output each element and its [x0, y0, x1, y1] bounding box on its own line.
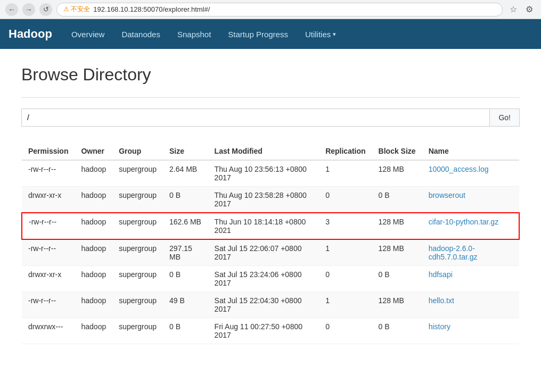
- col-header-owner: Owner: [75, 143, 112, 160]
- cell-group: supergroup: [112, 239, 163, 266]
- navbar: Hadoop Overview Datanodes Snapshot Start…: [0, 19, 541, 49]
- cell-group: supergroup: [112, 213, 163, 239]
- table-body: -rw-r--r--hadoopsupergroup2.64 MBThu Aug…: [22, 160, 519, 344]
- file-link[interactable]: 10000_access.log: [429, 165, 489, 173]
- table-row: drwxrwx---hadoopsupergroup0 BFri Aug 11 …: [22, 318, 519, 344]
- cell-blocksize: 128 MB: [372, 292, 422, 318]
- cell-replication: 3: [319, 213, 372, 239]
- cell-owner: hadoop: [75, 213, 112, 239]
- file-link[interactable]: hadoop-2.6.0-cdh5.7.0.tar.gz: [429, 244, 478, 261]
- path-input[interactable]: [21, 109, 489, 127]
- browser-actions: ☆ ⚙: [507, 3, 536, 16]
- cell-name[interactable]: hello.txt: [422, 292, 519, 318]
- cell-modified: Sat Jul 15 23:24:06 +0800 2017: [208, 266, 319, 292]
- cell-group: supergroup: [112, 266, 163, 292]
- cell-modified: Thu Jun 10 18:14:18 +0800 2021: [208, 213, 319, 239]
- cell-blocksize: 128 MB: [372, 239, 422, 266]
- bookmark-button[interactable]: ☆: [507, 3, 520, 16]
- cell-modified: Thu Aug 10 23:56:13 +0800 2017: [208, 160, 319, 187]
- cell-name[interactable]: cifar-10-python.tar.gz: [422, 213, 519, 239]
- cell-group: supergroup: [112, 318, 163, 344]
- directory-table: Permission Owner Group Size Last Modifie…: [21, 143, 520, 344]
- cell-permission: -rw-r--r--: [22, 292, 75, 318]
- file-link[interactable]: hdfsapi: [429, 270, 453, 279]
- cell-size: 0 B: [163, 187, 208, 213]
- nav-startup-progress[interactable]: Startup Progress: [219, 19, 297, 49]
- dropdown-arrow-icon: ▾: [333, 31, 336, 38]
- divider: [21, 97, 520, 98]
- cell-size: 297.15 MB: [163, 239, 208, 266]
- file-link[interactable]: hello.txt: [429, 296, 454, 305]
- cell-size: 0 B: [163, 318, 208, 344]
- back-button[interactable]: ←: [5, 3, 18, 16]
- cell-name[interactable]: hdfsapi: [422, 266, 519, 292]
- address-bar: ⚠ 不安全 192.168.10.128:50070/explorer.html…: [56, 3, 503, 16]
- cell-blocksize: 0 B: [372, 187, 422, 213]
- cell-blocksize: 128 MB: [372, 160, 422, 187]
- cell-name[interactable]: browserout: [422, 187, 519, 213]
- cell-group: supergroup: [112, 160, 163, 187]
- table-row: -rw-r--r--hadoopsupergroup2.64 MBThu Aug…: [22, 160, 519, 187]
- col-header-blocksize: Block Size: [372, 143, 422, 160]
- cell-size: 162.6 MB: [163, 213, 208, 239]
- cell-owner: hadoop: [75, 318, 112, 344]
- cell-size: 49 B: [163, 292, 208, 318]
- cell-modified: Sat Jul 15 22:04:30 +0800 2017: [208, 292, 319, 318]
- nav-datanodes[interactable]: Datanodes: [113, 19, 169, 49]
- cell-replication: 1: [319, 160, 372, 187]
- table-row: -rw-r--r--hadoopsupergroup49 BSat Jul 15…: [22, 292, 519, 318]
- cell-replication: 1: [319, 292, 372, 318]
- security-warning: ⚠ 不安全: [63, 5, 90, 14]
- navbar-brand[interactable]: Hadoop: [9, 27, 52, 41]
- cell-name[interactable]: hadoop-2.6.0-cdh5.7.0.tar.gz: [422, 239, 519, 266]
- col-header-group: Group: [112, 143, 163, 160]
- cell-modified: Thu Aug 10 23:58:28 +0800 2017: [208, 187, 319, 213]
- table-row: drwxr-xr-xhadoopsupergroup0 BSat Jul 15 …: [22, 266, 519, 292]
- table-row: -rw-r--r--hadoopsupergroup162.6 MBThu Ju…: [22, 213, 519, 239]
- col-header-permission: Permission: [22, 143, 75, 160]
- file-link[interactable]: history: [429, 322, 450, 331]
- forward-button[interactable]: →: [22, 3, 35, 16]
- cell-permission: -rw-r--r--: [22, 239, 75, 266]
- col-header-size: Size: [163, 143, 208, 160]
- file-link[interactable]: cifar-10-python.tar.gz: [429, 218, 499, 226]
- cell-blocksize: 0 B: [372, 318, 422, 344]
- nav-utilities-dropdown[interactable]: Utilities ▾: [297, 19, 345, 49]
- file-link[interactable]: browserout: [429, 191, 465, 199]
- cell-permission: -rw-r--r--: [22, 213, 75, 239]
- extensions-button[interactable]: ⚙: [523, 3, 536, 16]
- cell-permission: drwxr-xr-x: [22, 187, 75, 213]
- path-form: Go!: [21, 109, 520, 127]
- cell-name[interactable]: 10000_access.log: [422, 160, 519, 187]
- cell-permission: drwxrwx---: [22, 318, 75, 344]
- cell-owner: hadoop: [75, 292, 112, 318]
- cell-replication: 1: [319, 239, 372, 266]
- table-header: Permission Owner Group Size Last Modifie…: [22, 143, 519, 160]
- cell-replication: 0: [319, 318, 372, 344]
- nav-snapshot[interactable]: Snapshot: [169, 19, 219, 49]
- go-button[interactable]: Go!: [489, 109, 520, 127]
- cell-owner: hadoop: [75, 187, 112, 213]
- col-header-modified: Last Modified: [208, 143, 319, 160]
- browser-chrome: ← → ↺ ⚠ 不安全 192.168.10.128:50070/explore…: [0, 0, 541, 19]
- cell-size: 0 B: [163, 266, 208, 292]
- table-row: drwxr-xr-xhadoopsupergroup0 BThu Aug 10 …: [22, 187, 519, 213]
- cell-modified: Sat Jul 15 22:06:07 +0800 2017: [208, 239, 319, 266]
- cell-blocksize: 128 MB: [372, 213, 422, 239]
- cell-replication: 0: [319, 266, 372, 292]
- cell-permission: drwxr-xr-x: [22, 266, 75, 292]
- cell-owner: hadoop: [75, 239, 112, 266]
- reload-button[interactable]: ↺: [39, 3, 52, 16]
- cell-group: supergroup: [112, 187, 163, 213]
- table-row: -rw-r--r--hadoopsupergroup297.15 MBSat J…: [22, 239, 519, 266]
- cell-replication: 0: [319, 187, 372, 213]
- url-text: 192.168.10.128:50070/explorer.html#/: [93, 5, 210, 13]
- col-header-name: Name: [422, 143, 519, 160]
- cell-permission: -rw-r--r--: [22, 160, 75, 187]
- nav-overview[interactable]: Overview: [63, 19, 113, 49]
- cell-owner: hadoop: [75, 160, 112, 187]
- cell-modified: Fri Aug 11 00:27:50 +0800 2017: [208, 318, 319, 344]
- page-title: Browse Directory: [21, 65, 520, 85]
- col-header-replication: Replication: [319, 143, 372, 160]
- cell-name[interactable]: history: [422, 318, 519, 344]
